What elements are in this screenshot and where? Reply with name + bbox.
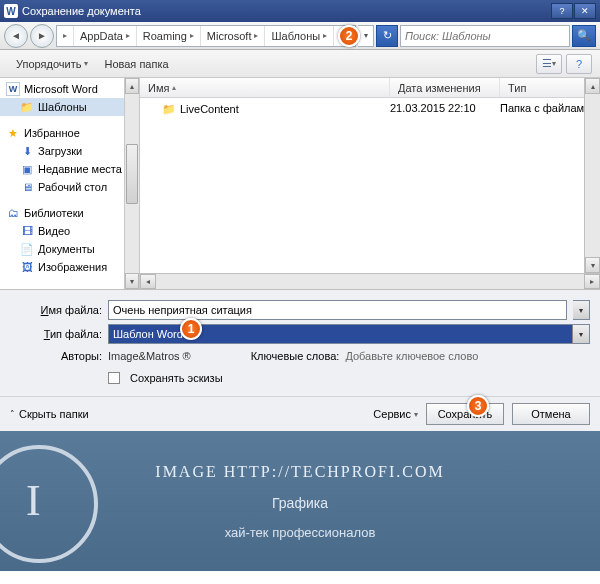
video-icon: 🎞 (20, 224, 34, 238)
scroll-up-icon[interactable]: ▴ (125, 78, 139, 94)
keywords-placeholder[interactable]: Добавьте ключевое слово (345, 350, 478, 362)
annotation-marker-2: 2 (338, 25, 360, 47)
scroll-down-icon[interactable]: ▾ (585, 257, 600, 273)
image-icon: 🖼 (20, 260, 34, 274)
tree-item-templates[interactable]: 📁Шаблоны (0, 98, 139, 116)
cancel-button[interactable]: Отмена (512, 403, 590, 425)
window-help-button[interactable]: ? (551, 3, 573, 19)
refresh-button[interactable]: ↻ (376, 25, 398, 47)
toolbar: Упорядочить ▾ Новая папка ☰ ▾ ? (0, 50, 600, 78)
recent-icon: ▣ (20, 162, 34, 176)
watermark-line3: хай-тек профессионалов (225, 525, 376, 540)
authors-value[interactable]: Image&Matros ® (108, 350, 191, 362)
save-thumbnails-checkbox[interactable] (108, 372, 120, 384)
chevron-up-icon: ˄ (10, 409, 15, 419)
scroll-thumb[interactable] (126, 144, 138, 204)
annotation-marker-3: 3 (467, 395, 489, 417)
libraries-icon: 🗂 (6, 206, 20, 220)
scroll-right-icon[interactable]: ▸ (584, 274, 600, 289)
filetype-label: Тип файла: (10, 328, 102, 340)
folder-icon: 📁 (20, 100, 34, 114)
keywords-label: Ключевые слова: (251, 350, 340, 362)
breadcrumb-item[interactable]: Шаблоны▸ (265, 26, 334, 46)
chevron-down-icon: ▾ (414, 410, 418, 419)
watermark-footer: I IMAGE HTTP://TECHPROFI.COM Графика хай… (0, 431, 600, 571)
file-list: Имя▴ Дата изменения Тип 📁LiveContent 21.… (140, 78, 600, 289)
scroll-down-icon[interactable]: ▾ (125, 273, 139, 289)
search-button[interactable]: 🔍 (572, 25, 596, 47)
column-headers: Имя▴ Дата изменения Тип (140, 78, 600, 98)
list-hscrollbar[interactable]: ◂ ▸ (140, 273, 600, 289)
star-icon: ★ (6, 126, 20, 140)
list-item[interactable]: 📁LiveContent 21.03.2015 22:10 Папка с фа… (140, 98, 600, 120)
list-vscrollbar[interactable]: ▴ ▾ (584, 78, 600, 273)
window-title: Сохранение документа (22, 5, 550, 17)
desktop-icon: 🖥 (20, 180, 34, 194)
breadcrumb-item[interactable]: Roaming▸ (137, 26, 201, 46)
word-app-icon: W (6, 82, 20, 96)
organize-menu[interactable]: Упорядочить ▾ (8, 55, 96, 73)
help-button[interactable]: ? (566, 54, 592, 74)
breadcrumb-item[interactable]: Microsoft▸ (201, 26, 266, 46)
chevron-right-icon: ▸ (254, 31, 258, 40)
chevron-down-icon: ▾ (552, 59, 556, 68)
breadcrumb[interactable]: ▸ AppData▸ Roaming▸ Microsoft▸ Шаблоны▸ (56, 25, 356, 47)
tree-item-downloads[interactable]: ⬇Загрузки (0, 142, 139, 160)
filename-label: Имя файла: (10, 304, 102, 316)
save-form: Имя файла: ▾ Тип файла: Шаблон Word ▾ Ав… (0, 290, 600, 396)
tree-item-images[interactable]: 🖼Изображения (0, 258, 139, 276)
authors-label: Авторы: (10, 350, 102, 362)
sort-asc-icon: ▴ (172, 83, 176, 92)
chevron-right-icon: ▸ (323, 31, 327, 40)
view-options-button[interactable]: ☰ ▾ (536, 54, 562, 74)
nav-forward-button[interactable]: ► (30, 24, 54, 48)
navigation-tree: WMicrosoft Word 📁Шаблоны ★Избранное ⬇Заг… (0, 78, 140, 289)
tree-item-favorites[interactable]: ★Избранное (0, 124, 139, 142)
tree-item-libraries[interactable]: 🗂Библиотеки (0, 204, 139, 222)
window-titlebar: W Сохранение документа ? ✕ (0, 0, 600, 22)
tree-item-documents[interactable]: 📄Документы (0, 240, 139, 258)
watermark-url: IMAGE HTTP://TECHPROFI.COM (155, 463, 444, 481)
word-app-icon: W (4, 4, 18, 18)
breadcrumb-item[interactable]: AppData▸ (74, 26, 137, 46)
tree-item-word[interactable]: WMicrosoft Word (0, 80, 139, 98)
breadcrumb-root[interactable]: ▸ (57, 26, 74, 46)
filename-dropdown[interactable]: ▾ (573, 300, 590, 320)
chevron-right-icon: ▸ (126, 31, 130, 40)
watermark-line2: Графика (272, 495, 328, 511)
nav-back-button[interactable]: ◄ (4, 24, 28, 48)
filename-input[interactable] (108, 300, 567, 320)
save-thumbnails-label: Сохранять эскизы (130, 372, 223, 384)
scroll-left-icon[interactable]: ◂ (140, 274, 156, 289)
scroll-up-icon[interactable]: ▴ (585, 78, 600, 94)
dialog-action-bar: ˄ Скрыть папки Сервис ▾ Сохранить Отмена (0, 396, 600, 431)
chevron-right-icon: ▸ (190, 31, 194, 40)
tree-item-desktop[interactable]: 🖥Рабочий стол (0, 178, 139, 196)
watermark-logo-icon: I (26, 475, 41, 526)
file-browser-body: WMicrosoft Word 📁Шаблоны ★Избранное ⬇Заг… (0, 78, 600, 290)
list-item-date: 21.03.2015 22:10 (390, 102, 500, 116)
window-close-button[interactable]: ✕ (574, 3, 596, 19)
tools-menu[interactable]: Сервис ▾ (373, 408, 418, 420)
column-date[interactable]: Дата изменения (390, 78, 500, 97)
save-dialog-window: 1 2 3 W Сохранение документа ? ✕ ◄ ► ▸ A… (0, 0, 600, 571)
column-name[interactable]: Имя▴ (140, 78, 390, 97)
tree-item-recent[interactable]: ▣Недавние места (0, 160, 139, 178)
annotation-marker-1: 1 (180, 318, 202, 340)
save-button[interactable]: Сохранить (426, 403, 504, 425)
tree-scrollbar[interactable]: ▴ ▾ (124, 78, 140, 289)
search-input[interactable] (400, 25, 570, 47)
downloads-icon: ⬇ (20, 144, 34, 158)
folder-icon: 📁 (162, 102, 176, 116)
chevron-down-icon: ▾ (572, 325, 589, 343)
breadcrumb-history-dropdown[interactable]: ▾ (358, 25, 374, 47)
chevron-right-icon: ▸ (63, 31, 67, 40)
tree-item-videos[interactable]: 🎞Видео (0, 222, 139, 240)
chevron-down-icon: ▾ (84, 59, 88, 68)
document-icon: 📄 (20, 242, 34, 256)
new-folder-button[interactable]: Новая папка (96, 55, 176, 73)
address-bar: ◄ ► ▸ AppData▸ Roaming▸ Microsoft▸ Шабло… (0, 22, 600, 50)
hide-folders-toggle[interactable]: ˄ Скрыть папки (10, 408, 89, 420)
